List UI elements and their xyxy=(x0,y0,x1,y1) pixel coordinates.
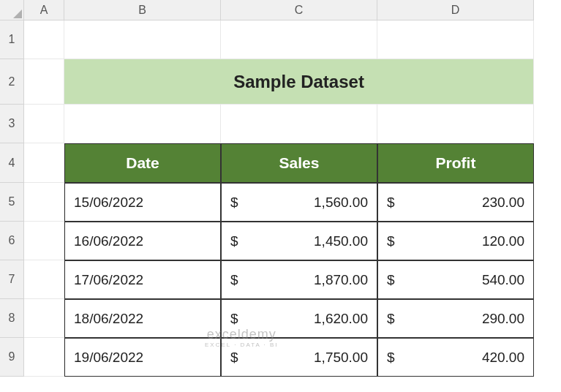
cell-profit-0[interactable]: $ 230.00 xyxy=(377,183,534,222)
cell-a1[interactable] xyxy=(24,20,64,59)
cell-a5[interactable] xyxy=(24,183,64,222)
title-cell[interactable]: Sample Dataset xyxy=(64,59,534,105)
profit-value: 120.00 xyxy=(482,233,524,249)
cell-date-0[interactable]: 15/06/2022 xyxy=(64,183,221,222)
sales-value: 1,620.00 xyxy=(314,311,368,327)
currency-symbol: $ xyxy=(387,311,395,327)
cell-a7[interactable] xyxy=(24,260,64,299)
cell-date-1[interactable]: 16/06/2022 xyxy=(64,222,221,260)
cell-a6[interactable] xyxy=(24,222,64,260)
currency-symbol: $ xyxy=(387,233,395,249)
cell-a3[interactable] xyxy=(24,105,64,143)
row-header-6[interactable]: 6 xyxy=(0,222,24,260)
row-header-5[interactable]: 5 xyxy=(0,183,24,222)
profit-value: 420.00 xyxy=(482,350,524,366)
cell-date-3[interactable]: 18/06/2022 xyxy=(64,299,221,338)
row-header-2[interactable]: 2 xyxy=(0,59,24,105)
currency-symbol: $ xyxy=(230,195,238,211)
col-header-b[interactable]: B xyxy=(64,0,221,20)
cell-d3[interactable] xyxy=(377,105,534,143)
currency-symbol: $ xyxy=(230,311,238,327)
cell-profit-2[interactable]: $ 540.00 xyxy=(377,260,534,299)
cell-sales-2[interactable]: $ 1,870.00 xyxy=(221,260,377,299)
sales-value: 1,560.00 xyxy=(314,195,368,211)
row-header-4[interactable]: 4 xyxy=(0,143,24,183)
row-header-1[interactable]: 1 xyxy=(0,20,24,59)
cell-b3[interactable] xyxy=(64,105,221,143)
cell-profit-4[interactable]: $ 420.00 xyxy=(377,338,534,377)
col-header-c[interactable]: C xyxy=(221,0,377,20)
select-all-corner[interactable] xyxy=(0,0,24,20)
cell-date-4[interactable]: 19/06/2022 xyxy=(64,338,221,377)
cell-sales-4[interactable]: $ 1,750.00 xyxy=(221,338,377,377)
cell-a2[interactable] xyxy=(24,59,64,105)
cell-profit-3[interactable]: $ 290.00 xyxy=(377,299,534,338)
profit-value: 540.00 xyxy=(482,272,524,288)
cell-a8[interactable] xyxy=(24,299,64,338)
header-profit[interactable]: Profit xyxy=(377,143,534,183)
row-header-3[interactable]: 3 xyxy=(0,105,24,143)
currency-symbol: $ xyxy=(230,350,238,366)
header-date[interactable]: Date xyxy=(64,143,221,183)
profit-value: 290.00 xyxy=(482,311,524,327)
col-header-a[interactable]: A xyxy=(24,0,64,20)
col-header-d[interactable]: D xyxy=(377,0,534,20)
header-sales[interactable]: Sales xyxy=(221,143,377,183)
sales-value: 1,750.00 xyxy=(314,350,368,366)
cell-sales-1[interactable]: $ 1,450.00 xyxy=(221,222,377,260)
sales-value: 1,450.00 xyxy=(314,233,368,249)
cell-sales-0[interactable]: $ 1,560.00 xyxy=(221,183,377,222)
cell-d1[interactable] xyxy=(377,20,534,59)
cell-a4[interactable] xyxy=(24,143,64,183)
cell-profit-1[interactable]: $ 120.00 xyxy=(377,222,534,260)
row-header-7[interactable]: 7 xyxy=(0,260,24,299)
profit-value: 230.00 xyxy=(482,195,524,211)
sales-value: 1,870.00 xyxy=(314,272,368,288)
cell-b1[interactable] xyxy=(64,20,221,59)
cell-sales-3[interactable]: $ 1,620.00 xyxy=(221,299,377,338)
currency-symbol: $ xyxy=(230,272,238,288)
currency-symbol: $ xyxy=(387,195,395,211)
cell-date-2[interactable]: 17/06/2022 xyxy=(64,260,221,299)
currency-symbol: $ xyxy=(230,233,238,249)
cell-a9[interactable] xyxy=(24,338,64,377)
cell-c1[interactable] xyxy=(221,20,377,59)
currency-symbol: $ xyxy=(387,350,395,366)
row-header-8[interactable]: 8 xyxy=(0,299,24,338)
spreadsheet-grid: A B C D 1 2 Sample Dataset 3 4 Date Sale… xyxy=(0,0,561,377)
currency-symbol: $ xyxy=(387,272,395,288)
cell-c3[interactable] xyxy=(221,105,377,143)
row-header-9[interactable]: 9 xyxy=(0,338,24,377)
